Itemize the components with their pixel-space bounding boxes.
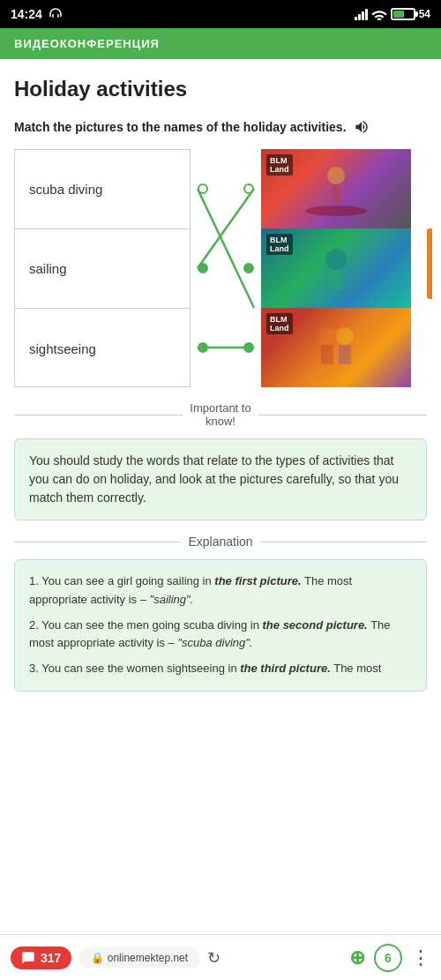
time: 14:24: [11, 7, 42, 21]
explanation-box: 1. You can see a girl going sailing in t…: [14, 559, 427, 692]
right-accent: [427, 228, 432, 299]
sightseeing-illustration: [301, 317, 371, 378]
dot-left-2[interactable]: [198, 263, 208, 273]
scuba-illustration: [301, 237, 371, 299]
svg-rect-10: [321, 345, 333, 364]
bottom-left: 317 🔒 onlinemektep.net ↻: [11, 946, 220, 969]
status-bar-left: 14:24: [11, 6, 64, 22]
exp3-bold: the third picture.: [240, 662, 331, 675]
battery-icon: [391, 8, 415, 20]
battery-fill: [393, 11, 404, 18]
main-content: Holiday activities Match the pictures to…: [0, 59, 441, 720]
status-bar: 14:24 54: [0, 0, 441, 28]
exp2-before: You can see the men going scuba diving i…: [41, 618, 262, 632]
url-lock-icon: 🔒: [91, 952, 107, 964]
dot-row-1: [191, 149, 261, 228]
info-box: You should study the words that relate t…: [14, 438, 427, 520]
important-section: Important toknow!: [14, 401, 427, 428]
wifi-icon: [371, 8, 387, 20]
instruction: Match the pictures to the names of the h…: [14, 119, 427, 135]
top-bar: ВИДЕОКОНФЕРЕНЦИЯ: [0, 28, 441, 59]
important-text: Important toknow!: [190, 401, 250, 428]
label-sailing: sailing: [15, 229, 190, 309]
svg-point-8: [318, 327, 336, 345]
matching-exercise: scuba diving sailing sightseeing: [14, 149, 427, 387]
svg-point-4: [327, 167, 345, 184]
add-tab-icon[interactable]: ⊕: [349, 946, 365, 969]
exp1-bold: the first picture.: [214, 574, 301, 587]
label-sightseeing: sightseeing: [15, 309, 190, 388]
svg-point-3: [305, 206, 367, 216]
label-scuba-diving: scuba diving: [15, 150, 190, 229]
explanation-label: Explanation: [188, 535, 252, 549]
connector-dots: [191, 149, 261, 387]
menu-dots-icon[interactable]: ⋮: [411, 946, 430, 969]
explanation-item-1: 1. You can see a girl going sailing in t…: [29, 572, 412, 610]
battery-percent: 54: [419, 8, 430, 20]
explanation-section: Explanation: [14, 535, 427, 549]
tab-count[interactable]: 6: [374, 944, 402, 972]
exp-divider-left: [14, 542, 181, 542]
dot-row-2: [191, 228, 261, 308]
img1-label: BLMLand: [266, 154, 293, 176]
chat-icon: [21, 951, 35, 965]
divider-left: [14, 415, 183, 415]
labels-column: scuba diving sailing sightseeing: [14, 149, 191, 387]
exp1-number: 1.: [29, 574, 41, 587]
dot-right-2[interactable]: [243, 263, 254, 273]
chat-button[interactable]: 317: [11, 946, 71, 969]
dot-right-1[interactable]: [243, 183, 254, 194]
headphone-icon: [48, 6, 64, 22]
top-bar-label: ВИДЕОКОНФЕРЕНЦИЯ: [14, 37, 160, 50]
exp2-number: 2.: [29, 618, 41, 632]
page-title: Holiday activities: [14, 77, 427, 101]
url-bar[interactable]: 🔒 onlinemektep.net: [78, 947, 200, 969]
dot-left-3[interactable]: [198, 342, 208, 353]
exp-divider-right: [260, 542, 427, 542]
bottom-right: ⊕ 6 ⋮: [349, 944, 430, 972]
image-sailing: BLMLand: [261, 149, 411, 228]
divider-right: [258, 415, 427, 415]
svg-rect-7: [330, 270, 342, 289]
exp1-italic: "sailing".: [150, 593, 194, 606]
instruction-text: Match the pictures to the names of the h…: [14, 120, 347, 134]
refresh-icon[interactable]: ↻: [207, 948, 220, 968]
signal-bars: [355, 9, 368, 20]
status-bar-right: 54: [355, 8, 430, 20]
info-box-text: You should study the words that relate t…: [29, 453, 399, 505]
exp3-number: 3.: [29, 662, 41, 675]
exp2-italic: "scuba diving".: [177, 636, 252, 649]
svg-point-9: [336, 327, 354, 345]
explanation-item-2: 2. You can see the men going scuba divin…: [29, 617, 412, 654]
svg-rect-5: [333, 184, 340, 202]
exp3-after: The most: [333, 662, 381, 675]
bottom-bar: 317 🔒 onlinemektep.net ↻ ⊕ 6 ⋮: [0, 934, 441, 980]
img2-label: BLMLand: [266, 234, 293, 255]
sailing-illustration: [301, 158, 371, 220]
images-column: BLMLand BLMLand BLMLand: [261, 149, 411, 387]
svg-rect-11: [339, 345, 351, 364]
chat-count: 317: [41, 951, 61, 965]
dot-row-3: [191, 308, 261, 387]
explanation-item-3: 3. You can see the women sightseeing in …: [29, 660, 412, 678]
img3-label: BLMLand: [266, 313, 293, 334]
sound-icon[interactable]: [354, 119, 370, 135]
image-sightseeing: BLMLand: [261, 308, 411, 387]
svg-point-6: [325, 249, 347, 270]
dot-left-1[interactable]: [198, 183, 208, 194]
image-scuba: BLMLand: [261, 228, 411, 308]
connectors-column: [191, 149, 261, 387]
exp1-before: You can see a girl going sailing in: [41, 574, 214, 587]
exp3-before: You can see the women sightseeing in: [41, 662, 240, 675]
exp2-bold: the second picture.: [263, 618, 368, 632]
dot-right-3[interactable]: [243, 342, 254, 353]
url-text: onlinemektep.net: [108, 952, 188, 964]
